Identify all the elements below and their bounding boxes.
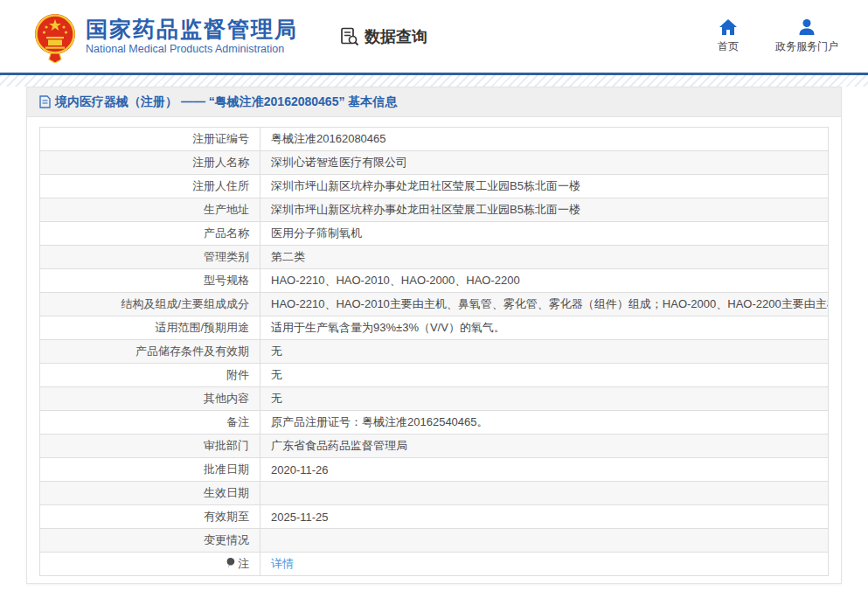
row-label-cell: 生产地址 xyxy=(40,198,260,222)
row-label-cell: 适用范围/预期用途 xyxy=(40,316,260,340)
registration-info-table: 注册证编号粤械注准20162080465注册人名称深圳心诺智造医疗有限公司注册人… xyxy=(39,127,829,576)
site-header: 国家药品监督管理局 National Medical Products Admi… xyxy=(0,0,868,75)
table-row: 管理类别第二类 xyxy=(40,246,829,269)
row-label: 注册人名称 xyxy=(192,156,249,169)
row-label-cell: 注册人住所 xyxy=(40,175,260,198)
row-value-cell: 无 xyxy=(260,387,829,411)
brand-text: 国家药品监督管理局 National Medical Products Admi… xyxy=(86,17,298,56)
table-row: 产品储存条件及有效期无 xyxy=(40,340,829,364)
row-label: 适用范围/预期用途 xyxy=(155,321,249,334)
document-icon xyxy=(39,95,51,108)
data-query-label: 数据查询 xyxy=(365,26,427,47)
table-row: 变更情况 xyxy=(40,529,829,553)
brand: 国家药品监督管理局 National Medical Products Admi… xyxy=(33,10,298,63)
row-value: 深圳心诺智造医疗有限公司 xyxy=(271,156,407,169)
nav-gov-portal-label: 政务服务门户 xyxy=(775,39,838,54)
row-label: 备注 xyxy=(226,415,249,428)
row-value: 2020-11-26 xyxy=(271,463,329,476)
table-row: 注详情 xyxy=(40,553,829,576)
row-value-cell: 医用分子筛制氧机 xyxy=(260,222,829,246)
row-value-cell: 适用于生产氧含量为93%±3%（V/V）的氧气。 xyxy=(260,316,829,340)
national-emblem-icon xyxy=(33,12,77,63)
row-value: 原产品注册证号：粤械注准20162540465。 xyxy=(271,415,489,428)
row-value: 第二类 xyxy=(271,250,305,263)
table-row: 结构及组成/主要组成成分HAO-2210、HAO-2010主要由主机、鼻氧管、雾… xyxy=(40,293,829,316)
nav-home[interactable]: 首页 xyxy=(718,19,739,54)
table-wrap: 注册证编号粤械注准20162080465注册人名称深圳心诺智造医疗有限公司注册人… xyxy=(27,117,841,583)
row-label-cell: 结构及组成/主要组成成分 xyxy=(40,293,260,316)
header-nav: 首页 政务服务门户 xyxy=(718,19,838,54)
table-row: 审批部门广东省食品药品监督管理局 xyxy=(40,435,829,458)
page-title-bar: 境内医疗器械（注册） —— “粤械注准20162080465” 基本信息 xyxy=(27,87,841,117)
row-value: HAO-2210、HAO-2010、HAO-2000、HAO-2200 xyxy=(271,274,520,287)
table-row: 生产地址深圳市坪山新区坑梓办事处龙田社区莹展工业园B5栋北面一楼 xyxy=(40,198,829,222)
doc-search-icon xyxy=(340,27,359,46)
row-value-cell: 广东省食品药品监督管理局 xyxy=(260,435,829,458)
row-label-cell: 产品储存条件及有效期 xyxy=(40,340,260,364)
row-label-cell: 管理类别 xyxy=(40,246,260,269)
row-label-cell: 有效期至 xyxy=(40,505,260,529)
row-label-cell: 注册证编号 xyxy=(40,128,260,151)
table-row: 注册人名称深圳心诺智造医疗有限公司 xyxy=(40,151,829,175)
row-label: 结构及组成/主要组成成分 xyxy=(121,297,249,310)
data-query-section[interactable]: 数据查询 xyxy=(340,26,427,47)
note-balloon-icon xyxy=(226,558,235,568)
row-value: 适用于生产氧含量为93%±3%（V/V）的氧气。 xyxy=(271,321,505,334)
row-value-cell: 无 xyxy=(260,340,829,364)
row-label: 有效期至 xyxy=(204,510,249,523)
row-value: 广东省食品药品监督管理局 xyxy=(271,439,407,452)
row-label: 其他内容 xyxy=(204,392,249,405)
row-label-cell: 生效日期 xyxy=(40,482,260,505)
user-icon xyxy=(798,19,816,35)
nav-gov-portal[interactable]: 政务服务门户 xyxy=(775,19,838,54)
row-label-cell: 型号规格 xyxy=(40,269,260,293)
row-label: 产品名称 xyxy=(204,226,249,240)
row-value: 粤械注准20162080465 xyxy=(271,132,386,145)
table-row: 批准日期2020-11-26 xyxy=(40,458,829,482)
page-title: 境内医疗器械（注册） —— “粤械注准20162080465” 基本信息 xyxy=(55,94,397,110)
row-value-cell xyxy=(260,529,829,553)
row-label-cell: 批准日期 xyxy=(40,458,260,482)
row-value-cell: 深圳心诺智造医疗有限公司 xyxy=(260,151,829,175)
row-value: 无 xyxy=(271,368,282,381)
row-value-cell: 粤械注准20162080465 xyxy=(260,128,829,151)
decorative-stripe-band xyxy=(0,75,868,87)
row-label-cell: 注册人名称 xyxy=(40,151,260,175)
table-row: 生效日期 xyxy=(40,482,829,505)
info-table-body: 注册证编号粤械注准20162080465注册人名称深圳心诺智造医疗有限公司注册人… xyxy=(40,128,829,576)
table-row: 适用范围/预期用途适用于生产氧含量为93%±3%（V/V）的氧气。 xyxy=(40,316,829,340)
table-row: 注册证编号粤械注准20162080465 xyxy=(40,128,829,151)
row-value-cell: 第二类 xyxy=(260,246,829,269)
table-row: 有效期至2025-11-25 xyxy=(40,505,829,529)
row-label: 批准日期 xyxy=(204,462,249,476)
brand-title-cn: 国家药品监督管理局 xyxy=(86,17,298,42)
row-label-cell: 附件 xyxy=(40,364,260,387)
row-value: 深圳市坪山新区坑梓办事处龙田社区莹展工业园B5栋北面一楼 xyxy=(271,203,580,216)
row-label: 型号规格 xyxy=(204,274,249,287)
table-row: 其他内容无 xyxy=(40,387,829,411)
row-label: 生效日期 xyxy=(204,486,249,499)
row-value-cell xyxy=(260,482,829,505)
row-value: 医用分子筛制氧机 xyxy=(271,226,362,240)
row-label-cell: 产品名称 xyxy=(40,222,260,246)
row-value: 2025-11-25 xyxy=(271,511,329,524)
row-label: 注 xyxy=(238,557,249,570)
row-label-cell: 注 xyxy=(40,553,260,576)
row-label-cell: 备注 xyxy=(40,411,260,435)
table-row: 型号规格HAO-2210、HAO-2010、HAO-2000、HAO-2200 xyxy=(40,269,829,293)
content-panel: 境内医疗器械（注册） —— “粤械注准20162080465” 基本信息 注册证… xyxy=(26,87,842,584)
table-row: 产品名称医用分子筛制氧机 xyxy=(40,222,829,246)
row-value-cell: 深圳市坪山新区坑梓办事处龙田社区莹展工业园B5栋北面一楼 xyxy=(260,175,829,198)
nav-home-label: 首页 xyxy=(718,39,739,54)
row-value-cell: HAO-2210、HAO-2010主要由主机、鼻氧管、雾化管、雾化器（组件）组成… xyxy=(260,293,829,316)
row-value-cell: 原产品注册证号：粤械注准20162540465。 xyxy=(260,411,829,435)
row-value-cell: 2025-11-25 xyxy=(260,505,829,529)
row-value-cell: 深圳市坪山新区坑梓办事处龙田社区莹展工业园B5栋北面一楼 xyxy=(260,198,829,222)
row-value: HAO-2210、HAO-2010主要由主机、鼻氧管、雾化管、雾化器（组件）组成… xyxy=(271,297,829,310)
details-link[interactable]: 详情 xyxy=(271,557,294,570)
row-value-cell: HAO-2210、HAO-2010、HAO-2000、HAO-2200 xyxy=(260,269,829,293)
row-label: 管理类别 xyxy=(204,250,249,263)
row-label: 变更情况 xyxy=(204,533,249,546)
row-label-cell: 其他内容 xyxy=(40,387,260,411)
table-row: 注册人住所深圳市坪山新区坑梓办事处龙田社区莹展工业园B5栋北面一楼 xyxy=(40,175,829,198)
